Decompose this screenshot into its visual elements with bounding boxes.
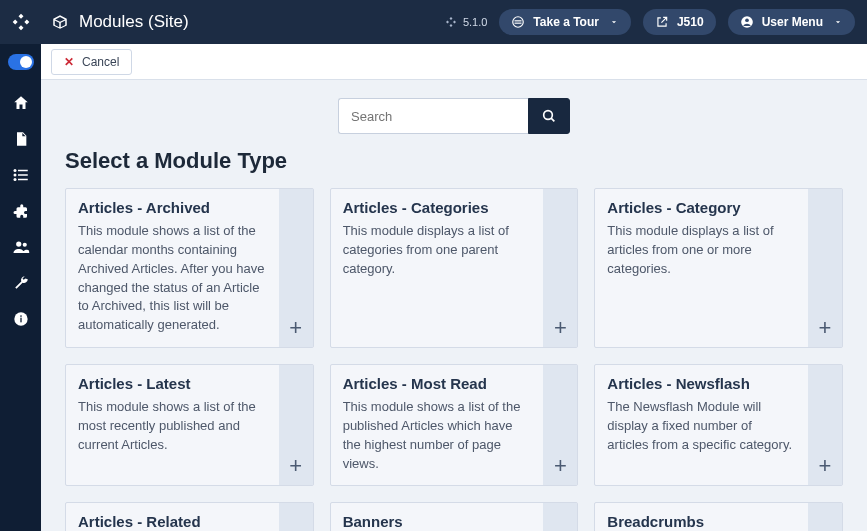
module-add-strip[interactable]: + [543, 365, 577, 485]
module-card[interactable]: Articles - LatestThis module shows a lis… [65, 364, 314, 486]
open-site-button[interactable]: J510 [643, 9, 716, 35]
svg-point-11 [16, 241, 21, 246]
site-name-label: J510 [677, 15, 704, 29]
module-title: Articles - Category [607, 199, 796, 216]
module-card[interactable]: Articles - Most ReadThis module shows a … [330, 364, 579, 486]
plus-icon: + [289, 455, 302, 477]
svg-line-17 [551, 118, 554, 121]
home-icon [12, 94, 30, 112]
cancel-button[interactable]: ✕ Cancel [51, 49, 132, 75]
sidebar-item-system[interactable] [12, 274, 30, 292]
module-add-strip[interactable]: + [279, 365, 313, 485]
cancel-label: Cancel [82, 55, 119, 69]
module-title: Articles - Newsflash [607, 375, 796, 392]
module-title: Breadcrumbs [607, 513, 796, 530]
module-title: Articles - Most Read [343, 375, 532, 392]
svg-rect-8 [18, 174, 28, 176]
plus-icon: + [819, 317, 832, 339]
content: Select a Module Type Articles - Archived… [41, 80, 867, 531]
module-title: Articles - Latest [78, 375, 267, 392]
file-icon [13, 130, 29, 148]
search-button[interactable] [528, 98, 570, 134]
user-menu-label: User Menu [762, 15, 823, 29]
sidebar [0, 44, 41, 531]
chevron-down-icon [833, 17, 843, 27]
module-description: This module shows a list of the most rec… [78, 398, 267, 455]
module-add-strip[interactable]: + [808, 189, 842, 347]
svg-point-7 [13, 174, 16, 177]
svg-rect-14 [20, 318, 21, 323]
joomla-small-icon [445, 16, 457, 28]
svg-point-0 [513, 17, 524, 28]
module-title: Banners [343, 513, 532, 530]
svg-rect-6 [18, 170, 28, 172]
toolbar: ✕ Cancel [41, 44, 867, 80]
search-icon [541, 108, 557, 124]
joomla-logo-icon [11, 12, 31, 32]
users-icon [12, 238, 30, 256]
module-title: Articles - Categories [343, 199, 532, 216]
svg-rect-10 [18, 179, 28, 181]
sidebar-item-menus[interactable] [12, 166, 30, 184]
svg-point-4 [745, 18, 749, 22]
module-description: The Newsflash Module will display a fixe… [607, 398, 796, 455]
list-icon [12, 166, 30, 184]
module-grid: Articles - ArchivedThis module shows a l… [65, 188, 843, 531]
svg-point-15 [20, 315, 22, 317]
module-description: This module shows a list of the calendar… [78, 222, 267, 335]
svg-point-12 [22, 243, 26, 247]
sidebar-item-info[interactable] [12, 310, 30, 328]
module-card[interactable]: Articles - CategoriesThis module display… [330, 188, 579, 348]
take-tour-button[interactable]: Take a Tour [499, 9, 631, 35]
user-icon [740, 15, 754, 29]
module-add-strip[interactable]: + [808, 365, 842, 485]
plus-icon: + [289, 317, 302, 339]
plus-icon: + [554, 317, 567, 339]
topbar: Modules (Site) 5.1.0 Take a Tour J510 Us… [0, 0, 867, 44]
search-input[interactable] [338, 98, 528, 134]
module-card[interactable]: Articles - ArchivedThis module shows a l… [65, 188, 314, 348]
module-card[interactable]: Articles - NewsflashThe Newsflash Module… [594, 364, 843, 486]
user-menu-button[interactable]: User Menu [728, 9, 855, 35]
version-label: 5.1.0 [445, 16, 487, 28]
svg-point-9 [13, 178, 16, 181]
module-card[interactable]: Articles - CategoryThis module displays … [594, 188, 843, 348]
sidebar-item-home[interactable] [12, 94, 30, 112]
sidebar-item-users[interactable] [12, 238, 30, 256]
chevron-down-icon [609, 17, 619, 27]
page-title: Modules (Site) [79, 12, 189, 32]
module-add-strip[interactable]: + [279, 503, 313, 531]
plus-icon: + [554, 455, 567, 477]
module-title: Articles - Archived [78, 199, 267, 216]
wrench-icon [12, 274, 30, 292]
version-text: 5.1.0 [463, 16, 487, 28]
module-card[interactable]: Articles - RelatedThis module displays o… [65, 502, 314, 531]
close-icon: ✕ [64, 55, 74, 69]
map-icon [511, 15, 525, 29]
info-icon [13, 311, 29, 327]
main-area: ✕ Cancel Select a Module Type Articles -… [41, 44, 867, 531]
module-add-strip[interactable]: + [543, 503, 577, 531]
plus-icon: + [819, 455, 832, 477]
module-title: Articles - Related [78, 513, 267, 530]
module-card[interactable]: BreadcrumbsThis module displays the Brea… [594, 502, 843, 531]
sidebar-item-components[interactable] [12, 202, 30, 220]
brand-logo[interactable] [0, 0, 41, 44]
external-link-icon [655, 15, 669, 29]
module-card[interactable]: BannersThe Banner Module displays the ac… [330, 502, 579, 531]
module-description: This module displays a list of articles … [607, 222, 796, 279]
module-description: This module displays a list of categorie… [343, 222, 532, 279]
sidebar-toggle[interactable] [8, 54, 34, 70]
svg-point-5 [13, 169, 16, 172]
module-description: This module shows a list of the publishe… [343, 398, 532, 473]
take-tour-label: Take a Tour [533, 15, 599, 29]
puzzle-icon [12, 202, 30, 220]
sidebar-item-content[interactable] [12, 130, 30, 148]
section-title: Select a Module Type [65, 148, 843, 174]
module-add-strip[interactable]: + [808, 503, 842, 531]
module-add-strip[interactable]: + [543, 189, 577, 347]
search-box [338, 98, 570, 134]
module-add-strip[interactable]: + [279, 189, 313, 347]
svg-point-16 [544, 111, 553, 120]
module-box-icon [51, 13, 69, 31]
